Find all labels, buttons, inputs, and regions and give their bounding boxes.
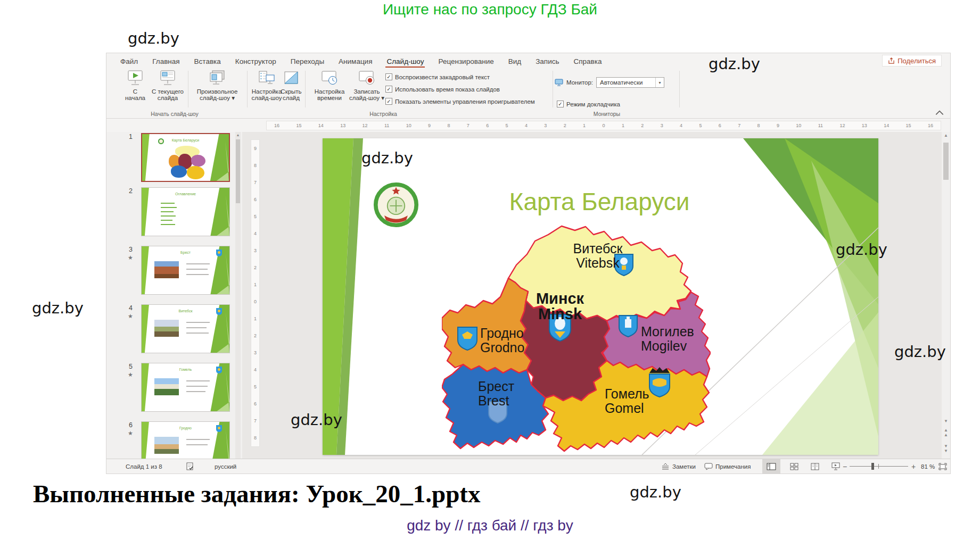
hide-slide-button[interactable]: Скрыть слайд	[278, 70, 304, 101]
tab-help[interactable]: Справка	[573, 57, 602, 65]
tab-design[interactable]: Конструктор	[235, 57, 276, 65]
slide-thumbnail-3[interactable]: Брест	[141, 246, 230, 295]
tab-review[interactable]: Рецензирование	[438, 57, 493, 65]
normal-view-button[interactable]	[762, 459, 780, 473]
thumbnail-row: 4 ★ Витебск	[106, 304, 242, 353]
scroll-up-icon[interactable]: ▲	[942, 133, 950, 138]
record-slideshow-button[interactable]: Записать слайд-шоу ▾	[347, 70, 386, 101]
slide-number: 6	[129, 421, 133, 429]
map-label-brest-en: Brest	[478, 393, 509, 408]
watermark: gdz.by	[128, 29, 179, 47]
scroll-up-icon[interactable]: ▲	[235, 132, 241, 138]
thumbnail-row: 5 ★ Гомель	[106, 363, 242, 412]
slide-thumbnail-4[interactable]: Витебск	[141, 304, 230, 353]
slideshow-view-button[interactable]	[827, 459, 845, 473]
tab-animations[interactable]: Анимация	[339, 57, 372, 65]
monitor-dropdown[interactable]: Автоматически ▾	[596, 77, 664, 88]
scrollbar-thumb[interactable]	[943, 143, 949, 180]
reading-view-button[interactable]	[806, 459, 824, 473]
fit-slide-to-window-button[interactable]	[938, 459, 947, 473]
city-crest-grodno	[458, 327, 477, 350]
play-narrations-checkbox[interactable]: ✓ Воспроизвести закадровый текст	[385, 73, 490, 80]
group-label-start-slideshow: Начать слайд-шоу	[116, 111, 233, 117]
dropdown-caret-icon: ▾	[381, 95, 384, 101]
collapse-ribbon-icon[interactable]	[935, 110, 944, 116]
slide-sorter-view-button[interactable]	[785, 459, 803, 473]
slide-thumbnail-panel: 1 Карта Беларуси 2 Оглавление	[106, 132, 242, 459]
scroll-down-icon[interactable]: ▼	[942, 419, 950, 423]
slide-thumbnail-6[interactable]: Гродно	[141, 421, 230, 459]
map-label-brest-ru: Брест	[478, 379, 515, 394]
previous-slide-icon[interactable]: ▲▲	[942, 428, 950, 437]
vertical-ruler: 9 8 7 6 5 4 3 2 1 0 1 2 3 4 5 6 7 8	[251, 139, 260, 447]
slide-canvas[interactable]: Карта Беларуси	[323, 138, 878, 455]
from-current-slide-button[interactable]: С текущего слайда	[151, 70, 184, 101]
spell-check-icon[interactable]	[186, 459, 194, 473]
transition-star-icon: ★	[128, 254, 133, 261]
zoom-slider-track[interactable]	[850, 466, 908, 467]
custom-slideshow-button[interactable]: Произвольное слайд-шоу ▾	[192, 70, 243, 101]
reading-view-icon	[811, 463, 819, 470]
thumb-title: Карта Беларуси	[142, 138, 229, 142]
belarus-map[interactable]: Витебск Vitebsk Минск Minsk Гродно Grodn…	[442, 225, 711, 455]
slide-number: 5	[129, 363, 133, 370]
watermark: gdz.by	[630, 483, 681, 501]
tab-file[interactable]: Файл	[120, 57, 138, 65]
status-bar: Слайд 1 из 8 русский Заметки Примечания …	[106, 459, 950, 473]
coat-of-arms-mini	[158, 138, 164, 144]
use-timings-checkbox[interactable]: ✓ Использовать время показа слайдов	[385, 86, 500, 93]
monitor-label: Монитор:	[566, 79, 593, 86]
slide-sorter-icon	[790, 463, 798, 470]
slide-thumbnail-2[interactable]: Оглавление	[141, 187, 230, 236]
hide-slide-icon	[282, 70, 301, 87]
slide-title[interactable]: Карта Беларуси	[482, 187, 717, 216]
zoom-level[interactable]: 81 %	[921, 459, 935, 473]
tab-transitions[interactable]: Переходы	[291, 57, 324, 65]
watermark: gdz.by	[894, 343, 946, 361]
tab-slideshow[interactable]: Слайд-шоу	[386, 57, 424, 65]
map-label-mogilev-en: Mogilev	[641, 338, 687, 353]
slide-editing-area: 9 8 7 6 5 4 3 2 1 0 1 2 3 4 5 6 7 8	[242, 132, 950, 459]
map-label-gomel-en: Gomel	[605, 401, 644, 416]
map-label-vitebsk-ru: Витебск	[573, 241, 623, 256]
map-label-grodno-en: Grodno	[480, 340, 524, 355]
tab-insert[interactable]: Вставка	[194, 57, 221, 65]
notes-button[interactable]: Заметки	[661, 459, 696, 473]
rehearse-timings-button[interactable]: Настройка времени	[313, 70, 346, 101]
slide-thumbnail-5[interactable]: Гомель	[141, 363, 230, 412]
city-photo	[154, 320, 179, 337]
slide-scrollbar[interactable]: ▲ ▼ ▲▲ ▼▼	[942, 132, 950, 459]
tab-record[interactable]: Запись	[536, 57, 559, 65]
show-media-controls-checkbox[interactable]: ✓ Показать элементы управления проигрыва…	[385, 98, 535, 105]
notes-icon	[661, 463, 670, 470]
slide-thumbnail-1[interactable]: Карта Беларуси	[141, 133, 230, 182]
map-label-minsk-en: Minsk	[538, 305, 582, 322]
tab-view[interactable]: Вид	[508, 57, 521, 65]
watermark: gdz.by	[291, 411, 342, 429]
zoom-slider-thumb[interactable]	[871, 463, 874, 470]
slide-number: 1	[129, 133, 133, 140]
comments-button[interactable]: Примечания	[704, 459, 751, 473]
slideshow-view-icon	[831, 462, 840, 470]
map-label-grodno-ru: Гродно	[480, 326, 524, 340]
zoom-in-button[interactable]: +	[911, 459, 916, 473]
from-beginning-button[interactable]: С начала	[120, 70, 150, 101]
checkbox-checked-icon: ✓	[557, 101, 564, 107]
tab-home[interactable]: Главная	[152, 57, 179, 65]
thumb-title: Оглавление	[142, 192, 229, 196]
share-button[interactable]: Поделиться	[882, 55, 942, 67]
map-label-mogilev-ru: Могилев	[641, 324, 694, 339]
presenter-view-checkbox[interactable]: ✓ Режим докладчика	[557, 101, 620, 107]
ribbon: С начала С текущего слайда Произвольное …	[106, 68, 950, 119]
next-slide-icon[interactable]: ▼▼	[942, 444, 950, 453]
dropdown-caret-icon: ▾	[232, 95, 235, 101]
thumbnail-scrollbar[interactable]: ▲	[235, 132, 241, 459]
zoom-out-button[interactable]: −	[843, 459, 847, 473]
city-photo	[154, 378, 179, 395]
belarus-coat-of-arms	[373, 182, 419, 228]
checkbox-checked-icon: ✓	[385, 86, 392, 93]
city-photo	[154, 437, 179, 454]
scrollbar-thumb[interactable]	[236, 139, 240, 203]
city-crest-icon	[216, 367, 222, 373]
language-indicator[interactable]: русский	[215, 459, 236, 473]
